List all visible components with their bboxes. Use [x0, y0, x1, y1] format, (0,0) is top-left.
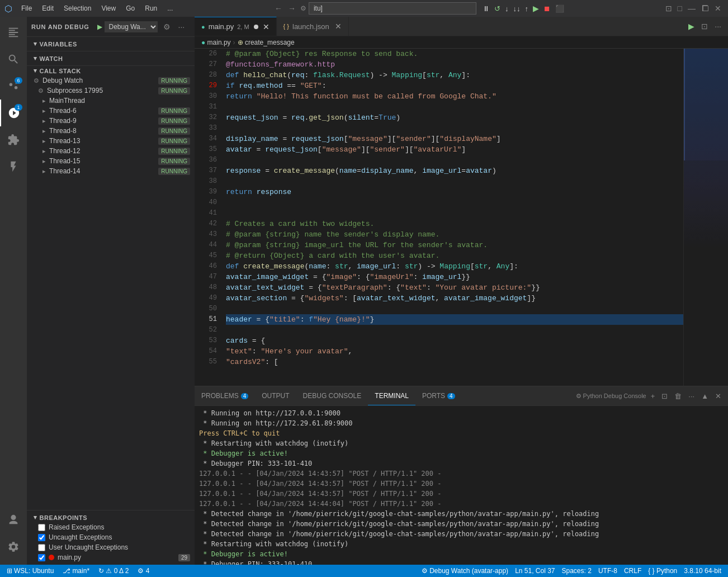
callstack-item[interactable]: ▸MainThread: [27, 96, 195, 106]
terminal-content[interactable]: * Running on http://127.0.0.1:9000 * Run…: [195, 406, 728, 565]
activity-settings[interactable]: [0, 533, 27, 560]
menu-view[interactable]: View: [97, 3, 120, 13]
panel-maximize-btn[interactable]: ▲: [699, 391, 711, 401]
callstack-item[interactable]: ▸Thread-14RUNNING: [27, 166, 195, 176]
line-number[interactable]: 48: [195, 282, 221, 293]
line-number[interactable]: 39: [195, 187, 221, 197]
activity-explorer[interactable]: [0, 19, 27, 46]
line-number[interactable]: 44: [195, 240, 221, 250]
panel-more-btn[interactable]: ···: [686, 391, 697, 401]
callstack-item[interactable]: ▸Thread-6RUNNING: [27, 106, 195, 116]
command-palette[interactable]: [309, 2, 476, 15]
status-encoding[interactable]: UTF-8: [596, 567, 620, 575]
line-number[interactable]: 38: [195, 176, 221, 187]
watch-toggle[interactable]: ▾ WATCH: [27, 54, 195, 63]
status-branch[interactable]: ⎇ main*: [60, 567, 92, 575]
bp-checkbox-1[interactable]: [38, 534, 45, 541]
debug-pause[interactable]: ⏸: [481, 3, 491, 14]
line-number[interactable]: 31: [195, 102, 221, 112]
activity-account[interactable]: [0, 507, 27, 533]
panel-tab-terminal[interactable]: TERMINAL: [368, 386, 415, 405]
debug-disconnect[interactable]: ⬛: [554, 3, 566, 14]
status-python-version[interactable]: 3.8.10 64-bit: [682, 567, 724, 575]
line-number[interactable]: 54: [195, 346, 221, 357]
debug-config-select[interactable]: Debug Wa...: [105, 21, 158, 32]
line-number[interactable]: 28: [195, 70, 221, 81]
panel-tab-debug-console[interactable]: DEBUG CONSOLE: [296, 386, 368, 405]
maximize[interactable]: ⧠: [699, 3, 711, 14]
line-number[interactable]: 35: [195, 144, 221, 155]
menu-edit[interactable]: Edit: [37, 3, 58, 13]
line-number[interactable]: 53: [195, 335, 221, 346]
callstack-item[interactable]: ▸Thread-12RUNNING: [27, 146, 195, 156]
line-number[interactable]: 50: [195, 304, 221, 314]
bp-checkbox-3[interactable]: [38, 554, 45, 561]
menu-more[interactable]: ...: [163, 3, 177, 13]
debug-step-into[interactable]: ↓↓: [511, 3, 522, 14]
status-sync[interactable]: ↻ ⚠ 0 Δ 2: [96, 567, 131, 575]
status-wsl[interactable]: ⊞ WSL: Ubuntu: [4, 567, 56, 575]
status-language[interactable]: { } Python: [646, 567, 679, 575]
line-number[interactable]: 30: [195, 91, 221, 102]
debug-restart[interactable]: ↺: [493, 3, 502, 14]
debug-step-out[interactable]: ↑: [523, 3, 530, 14]
tab-launch-json-close[interactable]: ✕: [335, 22, 342, 31]
callstack-toggle[interactable]: ▾ CALL STACK: [27, 66, 195, 75]
menu-file[interactable]: File: [17, 3, 36, 13]
callstack-item[interactable]: ⚙Debug WatchRUNNING: [27, 75, 195, 86]
activity-source-control[interactable]: 6: [0, 73, 27, 100]
line-number[interactable]: 40: [195, 197, 221, 208]
line-number[interactable]: 27: [195, 59, 221, 70]
activity-testing[interactable]: [0, 153, 27, 180]
activity-run-debug[interactable]: 1: [0, 100, 27, 126]
split-terminal-btn[interactable]: ⊡: [659, 391, 670, 401]
line-number[interactable]: 26: [195, 49, 221, 59]
nav-forward[interactable]: →: [286, 3, 298, 14]
more-actions-btn[interactable]: ···: [712, 21, 724, 32]
panel-tab-problems[interactable]: PROBLEMS 4: [195, 386, 255, 405]
callstack-item[interactable]: ⚙Subprocess 17995RUNNING: [27, 86, 195, 96]
line-number[interactable]: 49: [195, 293, 221, 304]
callstack-item[interactable]: ▸Thread-9RUNNING: [27, 116, 195, 126]
menu-selection[interactable]: Selection: [59, 3, 96, 13]
line-number[interactable]: 34: [195, 134, 221, 144]
line-number[interactable]: 29: [195, 81, 221, 91]
debug-continue[interactable]: ▶: [531, 3, 541, 14]
line-number[interactable]: 51: [195, 314, 221, 325]
status-spaces[interactable]: Spaces: 2: [560, 567, 594, 575]
breakpoint-item[interactable]: Uncaught Exceptions: [27, 532, 195, 542]
line-number[interactable]: 43: [195, 229, 221, 240]
debug-stop[interactable]: ⏹: [542, 3, 552, 14]
menu-run[interactable]: Run: [140, 3, 162, 13]
status-debug-count[interactable]: ⚙ 4: [135, 567, 152, 575]
tab-main-py-close[interactable]: ✕: [263, 22, 270, 31]
line-number[interactable]: 47: [195, 272, 221, 282]
editor-scroll[interactable]: # @param {Object} res Response to send b…: [221, 49, 683, 386]
callstack-item[interactable]: ▸Thread-8RUNNING: [27, 126, 195, 136]
line-number[interactable]: 46: [195, 261, 221, 272]
panel-close-btn[interactable]: ✕: [713, 391, 724, 401]
tab-launch-json[interactable]: { } launch.json ✕: [277, 17, 349, 36]
line-number[interactable]: 45: [195, 250, 221, 261]
toggle-panel[interactable]: □: [675, 3, 684, 14]
line-number[interactable]: 33: [195, 123, 221, 134]
debug-settings-btn[interactable]: ⚙: [161, 21, 173, 32]
breadcrumb-file[interactable]: ● main.py: [201, 39, 231, 46]
breakpoints-toggle[interactable]: ▾ BREAKPOINTS: [27, 513, 195, 522]
line-number[interactable]: 41: [195, 208, 221, 219]
breakpoint-item[interactable]: Raised Exceptions: [27, 522, 195, 532]
callstack-item[interactable]: ▸Thread-13RUNNING: [27, 136, 195, 146]
activity-search[interactable]: [0, 46, 27, 73]
new-terminal-btn[interactable]: +: [649, 391, 658, 401]
panel-tab-ports[interactable]: PORTS 4: [415, 386, 462, 405]
split-editor[interactable]: ⊡: [663, 3, 674, 14]
run-file-btn[interactable]: ▶: [686, 21, 697, 32]
split-editor-btn[interactable]: ⊡: [699, 21, 710, 32]
debug-more-btn[interactable]: ···: [176, 21, 187, 32]
debug-step-over[interactable]: ↓: [503, 3, 510, 14]
status-line-ending[interactable]: CRLF: [622, 567, 644, 575]
line-number[interactable]: 37: [195, 165, 221, 176]
panel-tab-output[interactable]: OUTPUT: [255, 386, 296, 405]
status-line-col[interactable]: Ln 51, Col 37: [513, 567, 557, 575]
line-number[interactable]: 55: [195, 357, 221, 367]
